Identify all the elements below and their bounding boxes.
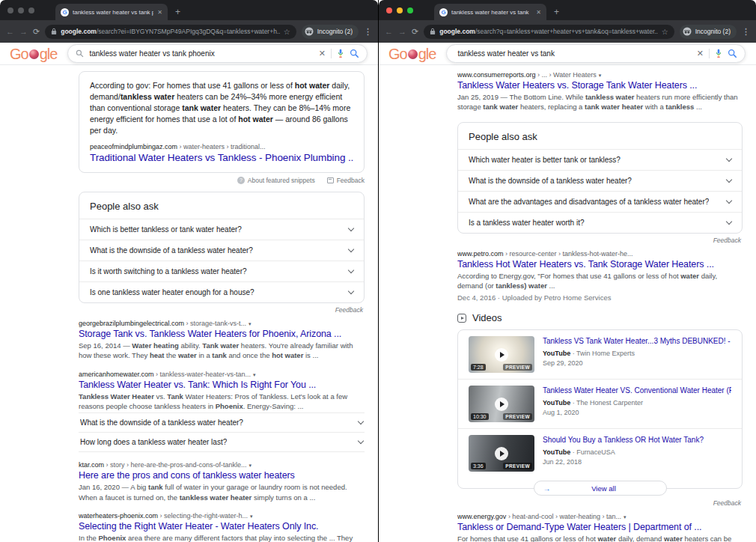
bookmark-star-icon[interactable]: ☆ [662,28,668,36]
view-all-button[interactable]: → View all [534,481,667,496]
paa-question[interactable]: What is the downside of a tankless water… [458,170,742,191]
reload-icon[interactable]: ⟳ [412,27,418,37]
search-box[interactable]: tankless water heater vs tank phoenix ✕ [67,44,368,63]
video-platform: YouTube [543,448,570,456]
result-snippet: Jan 16, 2020 — A big tank full of water … [79,482,365,502]
minimize-window-button[interactable] [18,7,24,13]
incognito-badge: Incognito (2) [680,25,737,39]
videos-icon [457,314,466,323]
video-result[interactable]: 3:36 PREVIEW Should You Buy a Tankless O… [458,428,742,478]
result-title-link[interactable]: Storage Tank vs. Tankless Water Heaters … [79,329,365,339]
google-logo[interactable]: Gogle [10,46,57,61]
google-favicon-icon: G [61,8,69,16]
window-controls[interactable] [379,7,421,20]
result-title-link[interactable]: Tankless or Demand-Type Water Heaters | … [457,522,743,532]
video-thumbnail[interactable]: 10:30 PREVIEW [469,386,534,422]
logo-text-gle: gle [418,46,436,61]
zoom-window-button[interactable] [407,7,413,13]
clear-search-icon[interactable]: ✕ [697,49,710,58]
result-breadcrumb[interactable]: www.consumerreports.org › ... › Water He… [457,71,743,79]
result-path: › story › here-are-the-pros-and-cons-of-… [104,461,247,469]
address-bar[interactable]: google.com/search?ei=IBYGYN7SMpP49APIgq3… [45,25,296,39]
related-question[interactable]: What is the downside of a tankless water… [79,412,365,432]
forward-icon[interactable]: → [19,27,28,36]
video-result[interactable]: 10:30 PREVIEW Tankless Water Heater VS. … [458,379,742,428]
browser-menu-icon[interactable]: ⋮ [364,27,372,37]
featured-snippet-card: According to gov: For homes that use 41 … [79,71,365,173]
result-domain: www.energy.gov [457,513,506,520]
video-thumbnail[interactable]: 7:28 PREVIEW [469,336,534,373]
tab-close-icon[interactable]: ✕ [157,9,162,16]
window-controls[interactable] [0,7,42,20]
paa-question[interactable]: Is a tankless water heater worth it? [458,212,742,233]
result-options-icon[interactable]: ▾ [250,514,253,519]
related-question[interactable]: How long does a tankless water heater la… [79,432,365,452]
result-options-icon[interactable]: ▾ [624,514,627,520]
search-box[interactable]: tankless water heater vs tank ✕ [446,44,746,63]
zoom-window-button[interactable] [28,7,34,13]
address-bar[interactable]: google.com/search?q=tankless+water+heate… [424,25,674,39]
result-title-link[interactable]: Tankless Hot Water Heaters vs. Tank Stor… [457,259,743,270]
result-breadcrumb[interactable]: waterheaters-phoenix.com › selecting-the… [79,512,365,520]
browser-window-right: G tankless water heater vs tank ✕ + ← → … [378,0,756,542]
search-input[interactable]: tankless water heater vs tank [457,49,691,58]
paa-question[interactable]: Which is better tankless or tank water h… [79,219,364,240]
browser-menu-icon[interactable]: ⋮ [742,27,750,37]
result-title-link[interactable]: Tankless Water Heater vs. Tank: Which Is… [79,380,365,390]
search-submit-icon[interactable] [728,49,737,58]
paa-question[interactable]: What are the advantages and disadvantage… [458,191,742,212]
holiday-ornament-icon [29,49,39,59]
browser-tab[interactable]: G tankless water heater vs tank p ✕ [55,4,168,20]
back-icon[interactable]: ← [385,27,393,36]
search-input[interactable]: tankless water heater vs tank phoenix [89,49,313,58]
result-breadcrumb[interactable]: www.petro.com › resource-center › tankle… [457,250,743,258]
clear-search-icon[interactable]: ✕ [319,49,332,58]
about-featured-snippets-link[interactable]: ?About featured snippets [237,177,315,184]
result-breadcrumb[interactable]: georgebrazilplumbingelectrical.com › sto… [79,320,365,327]
new-tab-button[interactable]: + [175,7,180,17]
back-icon[interactable]: ← [6,27,14,36]
forward-icon[interactable]: → [398,27,406,36]
tab-title: tankless water heater vs tank p [73,9,153,16]
paa-question[interactable]: Which water heater is better tank or tan… [458,149,742,170]
tab-title: tankless water heater vs tank [451,9,532,16]
result-options-icon[interactable]: ▾ [599,73,602,78]
tab-close-icon[interactable]: ✕ [536,9,541,16]
result-options-icon[interactable]: ▾ [253,372,256,377]
voice-search-icon[interactable] [337,49,344,58]
feedback-link[interactable]: Feedback [327,177,365,184]
paa-question[interactable]: What is the downside of a tankless water… [79,240,364,261]
result-path: › ... › Water Heaters [536,71,597,79]
voice-search-icon[interactable] [715,49,722,58]
paa-question-text: What are the advantages and disadvantage… [469,198,709,206]
paa-feedback-link[interactable]: Feedback [79,306,363,314]
browser-tab[interactable]: G tankless water heater vs tank ✕ [434,4,546,20]
new-tab-button[interactable]: + [554,7,559,17]
video-result[interactable]: 7:28 PREVIEW Tankless VS Tank Water Heat… [458,330,742,379]
result-breadcrumb[interactable]: ktar.com › story › here-are-the-pros-and… [79,461,365,469]
result-snippet: Jan 25, 2019 — The Bottom Line. While ta… [457,92,743,112]
search-submit-icon[interactable] [350,49,359,58]
result-title-link[interactable]: Selecting the Right Water Heater - Water… [79,521,365,532]
google-logo[interactable]: Gogle [388,46,436,61]
bookmark-star-icon[interactable]: ☆ [284,28,290,36]
result-options-icon[interactable]: ▾ [249,321,252,326]
reload-icon[interactable]: ⟳ [33,27,40,37]
video-title-link[interactable]: Tankless Water Heater VS. Conventional W… [543,386,731,395]
minimize-window-button[interactable] [397,7,403,13]
paa-feedback-link[interactable]: Feedback [457,237,741,244]
video-thumbnail[interactable]: 3:36 PREVIEW [469,435,534,472]
videos-feedback-link[interactable]: Feedback [457,499,741,507]
result-title-link[interactable]: Here are the pros and cons of tankless w… [79,470,365,481]
video-title-link[interactable]: Tankless VS Tank Water Heater...3 Myths … [543,337,731,345]
paa-question[interactable]: Is it worth switching to a tankless wate… [79,261,364,281]
close-window-button[interactable] [7,7,13,13]
result-title-link[interactable]: Traditional Water Heaters vs Tankless - … [90,152,353,163]
result-breadcrumb[interactable]: americanhomewater.com › tankless-water-h… [79,371,365,378]
close-window-button[interactable] [386,7,392,13]
video-title-link[interactable]: Should You Buy a Tankless OR Hot Water T… [543,436,731,444]
result-breadcrumb[interactable]: www.energy.gov › heat-and-cool › water-h… [457,513,743,520]
paa-question[interactable]: Is one tankless water heater enough for … [79,281,364,302]
result-title-link[interactable]: Tankless Water Heaters vs. Storage Tank … [457,80,743,91]
result-options-icon[interactable]: ▾ [249,463,252,468]
